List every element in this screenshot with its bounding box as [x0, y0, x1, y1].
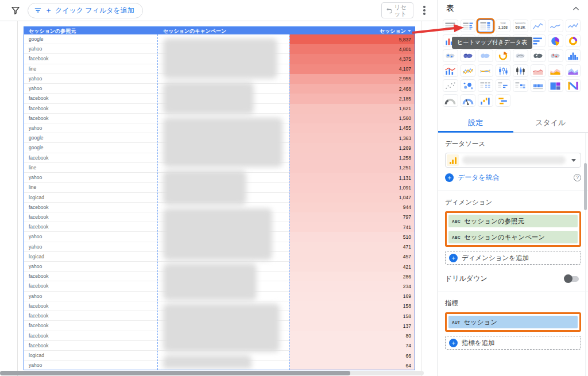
- chart-type-bubble-icon[interactable]: [461, 79, 476, 92]
- chart-type-area-icon[interactable]: [531, 64, 546, 77]
- dimension-chip-campaign[interactable]: ABC セッションのキャンペーン: [448, 231, 578, 243]
- cell-source: facebook: [24, 301, 157, 311]
- table-header-campaign[interactable]: セッションのキャンペーン: [157, 27, 289, 34]
- chart-type-scorecard-icon[interactable]: Total1,168: [496, 20, 511, 32]
- chart-type-pivot-icon[interactable]: [478, 79, 493, 92]
- add-quick-filter-button[interactable]: ＋ クイック フィルタを追加: [28, 3, 143, 18]
- chart-type-geo-flow-icon[interactable]: [513, 49, 528, 62]
- dimension-chip-label: セッションのキャンペーン: [464, 233, 545, 242]
- chart-type-histogram-icon[interactable]: [566, 49, 581, 62]
- chart-type-scorecard-icon[interactable]: Sessions69.3K: [513, 20, 528, 32]
- data-source-selector[interactable]: [445, 153, 581, 168]
- chart-type-geo-pins-icon[interactable]: [548, 49, 563, 62]
- chart-type-bar-icon[interactable]: [531, 34, 546, 47]
- redacted-data-source-name: [462, 156, 566, 164]
- chart-type-heatmap-table-icon[interactable]: [478, 20, 493, 32]
- cell-sessions: 137: [289, 321, 415, 331]
- dimension-type-badge: ABC: [452, 235, 461, 239]
- cell-source: yahoo: [24, 361, 157, 370]
- table-header-row: セッションの参照元 セッションのキャンペーン セッション: [24, 27, 415, 34]
- cell-source: facebook: [24, 54, 157, 64]
- chart-type-table-bars-icon[interactable]: [461, 20, 476, 32]
- chart-type-geo-filled-icon[interactable]: [461, 49, 476, 62]
- help-icon[interactable]: ?: [574, 174, 581, 181]
- chart-type-pivot-heat-icon[interactable]: [513, 79, 528, 92]
- chart-type-combo-icon[interactable]: [443, 64, 458, 77]
- chart-type-gauge-icon[interactable]: [443, 94, 458, 107]
- cell-source: google: [24, 143, 157, 153]
- chart-type-line2-icon[interactable]: [566, 20, 581, 32]
- cell-sessions: 510: [289, 232, 415, 242]
- plus-sign: ＋: [45, 5, 52, 15]
- drilldown-toggle[interactable]: [565, 276, 579, 282]
- chart-type-gantt-icon[interactable]: [496, 94, 511, 107]
- add-metric-button[interactable]: ＋ 指標を追加: [445, 336, 581, 350]
- drilldown-label: ドリルダウン: [445, 274, 488, 284]
- horizontal-scrollbar-thumb[interactable]: [0, 371, 350, 375]
- chart-type-treemap-icon[interactable]: [548, 79, 563, 92]
- filter-icon[interactable]: [6, 2, 25, 19]
- cell-source: yahoo: [24, 232, 157, 242]
- cell-source: facebook: [24, 341, 157, 351]
- chart-type-donut-icon[interactable]: [566, 34, 581, 47]
- table-header-sessions[interactable]: セッション: [289, 27, 415, 34]
- cell-sessions: 944: [289, 203, 415, 212]
- dropdown-caret-icon: [571, 159, 576, 162]
- cell-sessions: 158: [289, 301, 415, 311]
- chart-type-grid: Total1,168Sessions69.3K: [438, 17, 588, 113]
- chart-type-candlestick2-icon[interactable]: [513, 64, 528, 77]
- chart-type-gauge-needle-icon[interactable]: [461, 94, 476, 107]
- cell-source: facebook: [24, 212, 157, 222]
- chart-type-line-icon[interactable]: [531, 20, 546, 32]
- filter-lines-icon: [34, 6, 42, 14]
- cell-source: line: [24, 183, 157, 192]
- panel-scrollbar-thumb[interactable]: [584, 163, 587, 210]
- redacted-campaign-column: [158, 35, 288, 369]
- chart-type-geo-bubble-icon[interactable]: [443, 49, 458, 62]
- properties-panel: 表 Total1,168Sessions69.3K ヒートマップ付きデータ表 設…: [438, 0, 588, 376]
- cell-sessions: 1,455: [289, 123, 415, 133]
- chart-type-scatter-icon[interactable]: [443, 79, 458, 92]
- chart-type-smooth-multi-icon[interactable]: [478, 64, 493, 77]
- tab-style[interactable]: スタイル: [513, 114, 588, 132]
- metric-label: 指標: [445, 299, 581, 308]
- chart-type-gmap-icon[interactable]: [496, 49, 511, 62]
- chart-type-line-smooth-icon[interactable]: [548, 20, 563, 32]
- chevron-up-icon[interactable]: [572, 5, 580, 13]
- chart-type-line-multi-icon[interactable]: [461, 64, 476, 77]
- chart-type-area-blue-icon[interactable]: [566, 64, 581, 77]
- more-options-button[interactable]: [418, 3, 431, 18]
- chart-type-waterfall-icon[interactable]: [478, 94, 493, 107]
- chart-type-geo-blue-icon[interactable]: [478, 49, 493, 62]
- dimension-chip-source[interactable]: ABC セッションの参照元: [448, 215, 578, 227]
- cell-sessions: 5,837: [289, 34, 415, 44]
- cell-sessions: 4,375: [289, 54, 415, 64]
- cell-source: facebook: [24, 272, 157, 281]
- cell-source: google: [24, 133, 157, 143]
- chart-type-geo-dark-icon[interactable]: [531, 49, 546, 62]
- chart-type-candlestick-icon[interactable]: [496, 64, 511, 77]
- settings-panel-content: データソース ＋ データを統合 ? ディメンション ABC セッションの参照元: [438, 133, 588, 356]
- chart-type-pivot-bars-icon[interactable]: [496, 79, 511, 92]
- table-header-source[interactable]: セッションの参照元: [24, 27, 157, 34]
- cell-source: google: [24, 34, 157, 44]
- chart-type-area-stacked-icon[interactable]: [548, 64, 563, 77]
- add-dimension-button[interactable]: ＋ ディメンションを追加: [445, 251, 581, 265]
- chart-type-pie-icon[interactable]: [548, 34, 563, 47]
- heatmap-data-table[interactable]: セッションの参照元 セッションのキャンペーン セッション google5,837…: [24, 26, 415, 370]
- cell-sessions: 2,468: [289, 84, 415, 94]
- reset-label: リセット: [394, 3, 409, 17]
- cell-source: logicad: [24, 351, 157, 361]
- metric-chip-sessions[interactable]: AUT セッション: [448, 316, 578, 328]
- blend-data-button[interactable]: データを統合: [458, 173, 570, 183]
- chart-type-sankey-icon[interactable]: [566, 79, 581, 92]
- cell-sessions: 66: [289, 351, 415, 361]
- cell-sessions: 286: [289, 272, 415, 281]
- tab-settings[interactable]: 設定: [438, 114, 513, 132]
- chart-type-timeline-icon[interactable]: [531, 79, 546, 92]
- cell-sessions: 457: [289, 252, 415, 262]
- chart-type-table-icon[interactable]: [443, 20, 458, 32]
- reset-button[interactable]: リセット: [381, 2, 413, 18]
- cell-source: facebook: [24, 114, 157, 123]
- cell-sessions: 2,185: [289, 94, 415, 103]
